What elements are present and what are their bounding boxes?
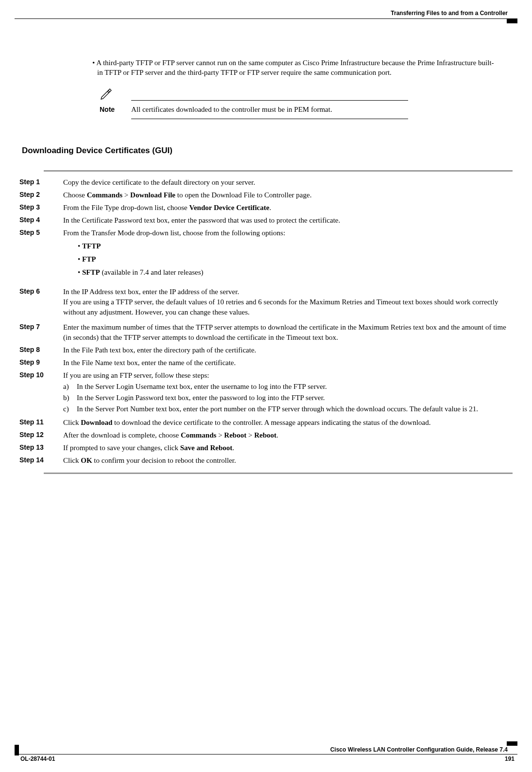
pencil-note-icon xyxy=(100,87,113,102)
text: (available in 7.4 and later releases) xyxy=(100,268,204,276)
step-3: Step 3 From the File Type drop-down list… xyxy=(19,203,513,213)
text: If you are using a TFTP server, the defa… xyxy=(63,297,513,317)
page-footer: Cisco Wireless LAN Controller Configurat… xyxy=(15,746,517,762)
bold: Vendor Device Certificate xyxy=(189,204,269,211)
bold: Save and Reboot xyxy=(180,444,233,452)
text: From the Transfer Mode drop-down list, c… xyxy=(63,229,285,237)
bold: OK xyxy=(81,456,92,464)
note-label: Note xyxy=(100,105,131,114)
step-11: Step 11 Click Download to download the d… xyxy=(19,418,513,428)
doc-id: OL-28744-01 xyxy=(15,755,55,762)
step-label: Step 4 xyxy=(19,215,63,224)
list-item: • SFTP (available in 7.4 and later relea… xyxy=(78,267,513,278)
steps-rule-bottom xyxy=(44,473,513,474)
step-body: From the File Type drop-down list, choos… xyxy=(63,203,513,213)
text: In the Server Port Number text box, ente… xyxy=(77,404,478,414)
step-2: Step 2 Choose Commands > Download File t… xyxy=(19,190,513,200)
body-area: • A third-party TFTP or FTP server canno… xyxy=(0,19,532,474)
steps-rule-top xyxy=(44,170,513,172)
bold: FTP xyxy=(82,255,96,263)
step-body: In the File Name text box, enter the nam… xyxy=(63,358,513,368)
note-text: All certificates downloaded to the contr… xyxy=(131,105,408,114)
step-body: Click OK to confirm your decision to reb… xyxy=(63,456,513,466)
footer-left-mark-icon xyxy=(15,745,19,755)
step-label: Step 8 xyxy=(19,345,63,353)
step-body: Click Download to download the device ce… xyxy=(63,418,513,428)
step-label: Step 1 xyxy=(19,177,63,186)
step-label: Step 10 xyxy=(19,370,63,379)
sub-step-c: c)In the Server Port Number text box, en… xyxy=(63,404,513,414)
header-crop-mark-icon xyxy=(507,19,517,23)
step-label: Step 12 xyxy=(19,430,63,439)
step-body: If you are using an FTP server, follow t… xyxy=(63,370,513,415)
step-9: Step 9 In the File Name text box, enter … xyxy=(19,358,513,368)
text: In the Server Login Password text box, e… xyxy=(77,393,325,403)
text: > xyxy=(216,431,224,439)
text: to confirm your decision to reboot the c… xyxy=(92,456,236,464)
intro-bullet-text: A third-party TFTP or FTP server cannot … xyxy=(96,59,494,76)
footer-title: Cisco Wireless LAN Controller Configurat… xyxy=(15,746,517,753)
step-12: Step 12 After the download is complete, … xyxy=(19,430,513,440)
page-number: 191 xyxy=(505,755,517,762)
step-label: Step 11 xyxy=(19,418,63,426)
text: In the Server Login Username text box, e… xyxy=(77,382,327,392)
text: to download the device certificate to th… xyxy=(112,419,430,426)
bullet-icon: • xyxy=(92,59,96,67)
step-label: Step 7 xyxy=(19,322,63,331)
section-heading: Downloading Device Certificates (GUI) xyxy=(22,146,513,156)
note-rule-bottom xyxy=(131,119,408,119)
bold: Download xyxy=(81,419,112,426)
text: After the download is complete, choose xyxy=(63,431,181,439)
text: Click xyxy=(63,456,81,464)
step-label: Step 2 xyxy=(19,190,63,198)
text: to open the Download File to Controller … xyxy=(175,191,311,199)
step-body: Copy the device certificate to the defau… xyxy=(63,177,513,188)
step-label: Step 9 xyxy=(19,358,63,366)
text: a) xyxy=(63,382,77,392)
text: > xyxy=(246,431,254,439)
step-label: Step 5 xyxy=(19,228,63,236)
text: . xyxy=(269,204,271,211)
running-header: Transferring Files to and from a Control… xyxy=(0,0,532,18)
step-body: If prompted to save your changes, click … xyxy=(63,443,513,453)
bold: Reboot xyxy=(254,431,276,439)
bold: TFTP xyxy=(82,242,101,250)
step-8: Step 8 In the File Path text box, enter … xyxy=(19,345,513,355)
intro-bullet: • A third-party TFTP or FTP server canno… xyxy=(92,58,498,78)
sub-step-b: b)In the Server Login Password text box,… xyxy=(63,393,513,403)
step-body: After the download is complete, choose C… xyxy=(63,430,513,440)
step-label: Step 6 xyxy=(19,287,63,295)
text: . xyxy=(232,444,234,452)
step-label: Step 14 xyxy=(19,456,63,464)
footer-crop-mark-icon xyxy=(507,741,517,746)
bold: Download File xyxy=(130,191,175,199)
text: > xyxy=(122,191,130,199)
step-7: Step 7 Enter the maximum number of times… xyxy=(19,322,513,343)
step-14: Step 14 Click OK to confirm your decisio… xyxy=(19,456,513,466)
list-item: • TFTP xyxy=(78,241,513,251)
step-body: Choose Commands > Download File to open … xyxy=(63,190,513,200)
text: Choose xyxy=(63,191,87,199)
step-5: Step 5 From the Transfer Mode drop-down … xyxy=(19,228,513,284)
step-body: In the IP Address text box, enter the IP… xyxy=(63,287,513,317)
text: b) xyxy=(63,393,77,403)
text: From the File Type drop-down list, choos… xyxy=(63,204,189,211)
step-body: Enter the maximum number of times that t… xyxy=(63,322,513,343)
bold: Commands xyxy=(181,431,216,439)
step-label: Step 3 xyxy=(19,203,63,211)
step-body: In the File Path text box, enter the dir… xyxy=(63,345,513,355)
list-item: • FTP xyxy=(78,254,513,264)
text: Click xyxy=(63,419,81,426)
step-4: Step 4 In the Certificate Password text … xyxy=(19,215,513,226)
step-label: Step 13 xyxy=(19,443,63,451)
bold: Commands xyxy=(87,191,122,199)
step-6: Step 6 In the IP Address text box, enter… xyxy=(19,287,513,317)
text: In the IP Address text box, enter the IP… xyxy=(63,287,513,297)
step-body: From the Transfer Mode drop-down list, c… xyxy=(63,228,513,284)
step-13: Step 13 If prompted to save your changes… xyxy=(19,443,513,453)
text: If you are using an FTP server, follow t… xyxy=(63,370,513,381)
sub-step-a: a)In the Server Login Username text box,… xyxy=(63,382,513,392)
step-10: Step 10 If you are using an FTP server, … xyxy=(19,370,513,415)
text: c) xyxy=(63,404,77,414)
text: . xyxy=(276,431,278,439)
